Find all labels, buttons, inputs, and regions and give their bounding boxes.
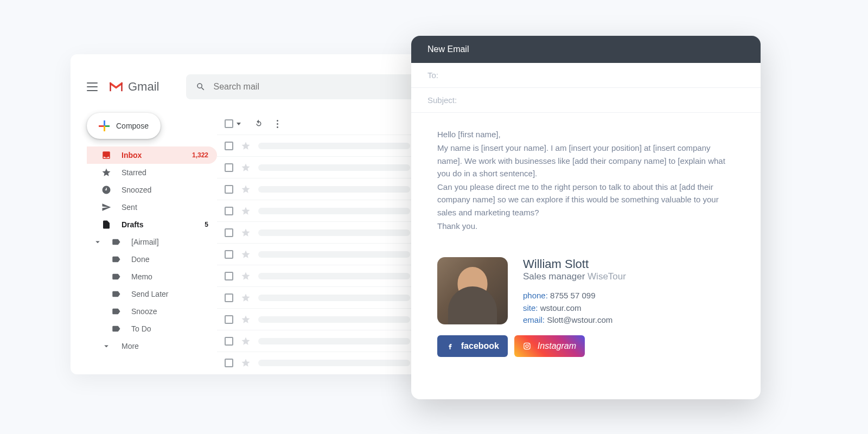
row-checkbox[interactable]: [225, 359, 233, 367]
star-icon[interactable]: [241, 184, 251, 194]
avatar: [437, 257, 508, 324]
chevron-down-icon: [101, 341, 112, 352]
sidebar-item-snooze[interactable]: Snooze: [87, 303, 217, 320]
sidebar-item-memo[interactable]: Memo: [87, 268, 217, 285]
star-icon: [101, 167, 112, 178]
sidebar-item-done[interactable]: Done: [87, 251, 217, 268]
email-label: email:: [523, 315, 545, 324]
instagram-button[interactable]: Instagram: [514, 335, 585, 357]
select-all-checkbox[interactable]: [225, 119, 233, 128]
search-icon: [196, 82, 206, 92]
facebook-button[interactable]: facebook: [437, 335, 508, 357]
row-checkbox[interactable]: [225, 142, 233, 150]
sidebar-item-inbox[interactable]: Inbox 1,322: [87, 146, 217, 164]
site-label: site:: [523, 303, 538, 312]
phone-label: phone:: [523, 291, 548, 300]
mail-preview: [258, 208, 410, 214]
file-icon: [101, 219, 112, 230]
refresh-icon[interactable]: [254, 119, 264, 129]
body-line: My name is [insert your name]. I am [ins…: [437, 142, 735, 180]
facebook-icon: [446, 341, 455, 352]
sidebar-item-todo[interactable]: To Do: [87, 320, 217, 337]
sidebar-label: Done: [131, 255, 149, 264]
search-input[interactable]: [213, 82, 426, 92]
select-caret-icon[interactable]: [237, 123, 241, 125]
signature-block: William Slott Sales manager WiseTour pho…: [411, 257, 761, 327]
compose-body[interactable]: Hello [first name], My name is [insert y…: [411, 113, 761, 244]
sidebar-label: More: [122, 342, 139, 350]
label-icon: [111, 289, 122, 299]
row-checkbox[interactable]: [225, 250, 233, 259]
sidebar-item-more[interactable]: More: [87, 337, 217, 355]
label-icon: [111, 306, 122, 317]
sidebar-label: Inbox: [122, 151, 142, 159]
compose-title[interactable]: New Email: [411, 36, 761, 63]
label-icon: [111, 323, 122, 334]
row-checkbox[interactable]: [225, 272, 233, 280]
clock-icon: [101, 184, 112, 195]
phone-value: 8755 57 099: [550, 291, 595, 300]
mail-preview: [258, 360, 410, 366]
row-checkbox[interactable]: [225, 163, 233, 172]
body-line: Thank you.: [437, 220, 735, 232]
star-icon[interactable]: [241, 358, 251, 368]
inbox-count: 1,322: [192, 151, 208, 159]
sidebar-label: Memo: [131, 272, 152, 281]
drafts-count: 5: [205, 221, 208, 228]
body-line: Hello [first name],: [437, 128, 735, 141]
plus-icon: [99, 120, 110, 131]
signature-role: Sales manager WiseTour: [523, 271, 626, 282]
sidebar-item-sent[interactable]: Sent: [87, 199, 217, 216]
sidebar-item-snoozed[interactable]: Snoozed: [87, 181, 217, 199]
compose-button[interactable]: Compose: [87, 113, 161, 139]
svg-point-1: [526, 344, 528, 347]
row-checkbox[interactable]: [225, 185, 233, 194]
gmail-logo-text: Gmail: [128, 80, 159, 94]
search-bar[interactable]: [186, 74, 436, 99]
mail-preview: [258, 229, 410, 236]
sidebar-item-airmail[interactable]: [Airmail]: [87, 233, 217, 251]
star-icon[interactable]: [241, 293, 251, 303]
sidebar-item-starred[interactable]: Starred: [87, 164, 217, 181]
mail-preview: [258, 273, 410, 279]
row-checkbox[interactable]: [225, 228, 233, 237]
sidebar-item-drafts[interactable]: Drafts 5: [87, 216, 217, 233]
mail-preview: [258, 316, 410, 323]
mail-preview: [258, 338, 410, 344]
star-icon[interactable]: [241, 206, 251, 216]
body-line: Can you please direct me to the right pe…: [437, 181, 735, 219]
star-icon[interactable]: [241, 336, 251, 346]
label-icon: [111, 254, 122, 265]
sidebar-label: To Do: [131, 324, 151, 333]
row-checkbox[interactable]: [225, 315, 233, 324]
more-icon[interactable]: [277, 120, 278, 128]
row-checkbox[interactable]: [225, 207, 233, 215]
row-checkbox[interactable]: [225, 293, 233, 302]
star-icon[interactable]: [241, 271, 251, 281]
compose-window: New Email To: Subject: Hello [first name…: [411, 36, 761, 399]
email-value[interactable]: Slott@wstour.com: [547, 315, 612, 324]
mail-preview: [258, 295, 410, 301]
gmail-logo[interactable]: Gmail: [108, 80, 159, 94]
subject-field[interactable]: Subject:: [411, 88, 761, 113]
sidebar-label: Sent: [122, 203, 137, 212]
to-field[interactable]: To:: [411, 63, 761, 88]
label-icon: [111, 271, 122, 282]
star-icon[interactable]: [241, 250, 251, 259]
star-icon[interactable]: [241, 141, 251, 151]
sidebar-label: Snooze: [131, 307, 157, 316]
star-icon[interactable]: [241, 315, 251, 324]
star-icon[interactable]: [241, 228, 251, 238]
site-value[interactable]: wstour.com: [540, 303, 582, 312]
star-icon[interactable]: [241, 163, 251, 173]
menu-icon[interactable]: [87, 82, 98, 91]
sidebar-label: [Airmail]: [131, 238, 159, 246]
label-icon: [111, 237, 122, 247]
row-checkbox[interactable]: [225, 337, 233, 346]
sidebar-label: Starred: [122, 168, 146, 177]
sidebar-label: Snoozed: [122, 186, 151, 194]
chevron-down-icon: [92, 237, 103, 247]
sidebar-item-send-later[interactable]: Send Later: [87, 285, 217, 303]
inbox-icon: [101, 150, 112, 161]
compose-label: Compose: [116, 122, 149, 130]
